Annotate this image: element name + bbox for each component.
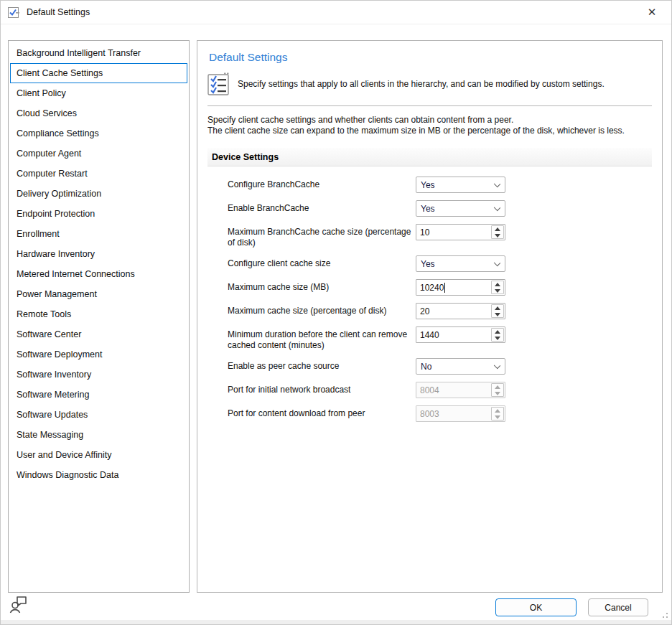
ok-button[interactable]: OK: [495, 598, 577, 616]
text-caret: [444, 283, 445, 293]
spinner-buttons[interactable]: [491, 281, 504, 294]
chevron-down-icon: [494, 260, 500, 266]
sidebar-item[interactable]: Power Management: [10, 284, 187, 304]
sidebar-item[interactable]: Client Policy: [10, 83, 187, 103]
setting-spinner[interactable]: 10240: [416, 279, 505, 296]
default-settings-dialog: { "window": { "title": "Default Settings…: [0, 0, 672, 625]
setting-row: Maximum cache size (MB)10240: [228, 279, 652, 296]
checked-settings-icon: [8, 7, 20, 18]
sidebar-item[interactable]: Endpoint Protection: [10, 204, 187, 224]
setting-dropdown[interactable]: No: [416, 358, 505, 375]
spinner-value: 10: [416, 225, 490, 240]
intro-line-2: The client cache size can expand to the …: [207, 126, 652, 136]
spinner-value: 10240: [416, 280, 490, 295]
setting-dropdown[interactable]: Yes: [416, 255, 505, 272]
sidebar-item[interactable]: Background Intelligent Transfer: [10, 43, 187, 63]
spin-up-icon[interactable]: [495, 306, 500, 310]
setting-label: Configure BranchCache: [228, 177, 416, 190]
spin-down-icon[interactable]: [495, 289, 500, 293]
spinner-value: 20: [416, 304, 490, 319]
spinner-buttons: [491, 383, 504, 397]
setting-spinner[interactable]: 1440: [416, 326, 505, 343]
chevron-down-icon: [494, 181, 500, 187]
setting-row: Enable as peer cache sourceNo: [228, 358, 652, 375]
setting-row: Maximum cache size (percentage of disk)2…: [228, 303, 652, 319]
setting-label: Maximum BranchCache cache size (percenta…: [228, 224, 416, 248]
divider: [207, 105, 652, 106]
spinner-value: 8003: [416, 406, 490, 421]
setting-label: Maximum cache size (MB): [228, 279, 416, 293]
setting-label: Enable as peer cache source: [228, 358, 416, 372]
sidebar-item[interactable]: Software Updates: [10, 405, 187, 425]
setting-row: Configure BranchCacheYes: [228, 177, 652, 193]
sidebar-item[interactable]: Compliance Settings: [10, 123, 187, 144]
sidebar-item[interactable]: Client Cache Settings: [10, 63, 187, 83]
intro-line-1: Specify client cache settings and whethe…: [207, 115, 652, 126]
dropdown-value: Yes: [421, 180, 435, 190]
sidebar-item[interactable]: Delivery Optimization: [10, 184, 187, 204]
spin-down-icon: [495, 392, 500, 395]
sidebar-item[interactable]: Software Center: [10, 324, 187, 344]
resize-grip[interactable]: [663, 613, 668, 619]
spin-down-icon[interactable]: [495, 313, 500, 316]
sidebar-item[interactable]: Metered Internet Connections: [10, 264, 187, 284]
spin-down-icon: [495, 415, 500, 419]
settings-rows: Configure BranchCacheYesEnable BranchCac…: [207, 177, 652, 422]
close-button[interactable]: ✕: [637, 1, 667, 24]
setting-row: Configure client cache sizeYes: [228, 255, 652, 272]
chevron-down-icon: [494, 362, 500, 369]
sidebar-item[interactable]: Software Inventory: [10, 365, 187, 385]
setting-spinner: 8003: [416, 405, 505, 422]
panel-heading: Default Settings: [209, 51, 652, 64]
setting-row: Minimum duration before the client can r…: [228, 326, 652, 351]
sidebar-item[interactable]: Cloud Services: [10, 103, 187, 123]
setting-spinner[interactable]: 20: [416, 303, 505, 319]
setting-label: Configure client cache size: [228, 255, 416, 269]
setting-label: Port for content download from peer: [228, 405, 416, 419]
bottom-strip: [1, 620, 671, 624]
chevron-down-icon: [494, 205, 500, 211]
sidebar-item[interactable]: User and Device Affinity: [10, 445, 187, 465]
setting-row: Maximum BranchCache cache size (percenta…: [228, 224, 652, 248]
sidebar-item[interactable]: Remote Tools: [10, 304, 187, 324]
dropdown-value: No: [421, 362, 431, 372]
sidebar-item[interactable]: Computer Restart: [10, 164, 187, 184]
sidebar-item[interactable]: State Messaging: [10, 425, 187, 445]
intro-text: Specify client cache settings and whethe…: [207, 115, 652, 136]
spinner-value: 1440: [416, 327, 490, 342]
sidebar-item[interactable]: Windows Diagnostic Data: [10, 465, 187, 485]
spinner-buttons[interactable]: [491, 304, 504, 318]
title-bar: Default Settings ✕: [1, 1, 671, 24]
spinner-buttons[interactable]: [491, 225, 504, 239]
sidebar-item[interactable]: Software Deployment: [10, 344, 187, 365]
spin-down-icon[interactable]: [495, 337, 500, 340]
spin-up-icon[interactable]: [495, 283, 500, 286]
settings-panel: Default Settings Specify settings that a…: [197, 40, 663, 593]
setting-dropdown[interactable]: Yes: [416, 200, 505, 217]
sidebar-item[interactable]: Computer Agent: [10, 144, 187, 164]
setting-label: Enable BranchCache: [228, 200, 416, 214]
spinner-buttons[interactable]: [491, 328, 504, 342]
setting-row: Port for content download from peer8003: [228, 405, 652, 422]
feedback-person-icon[interactable]: [9, 595, 28, 614]
spin-up-icon: [495, 409, 500, 413]
spin-down-icon[interactable]: [495, 234, 500, 238]
setting-spinner[interactable]: 10: [416, 224, 505, 240]
spin-up-icon: [495, 385, 500, 389]
section-title: Device Settings: [212, 152, 279, 162]
setting-dropdown[interactable]: Yes: [416, 177, 505, 193]
spin-up-icon[interactable]: [495, 330, 500, 334]
panel-description: Specify settings that apply to all clien…: [238, 79, 605, 89]
sidebar-item[interactable]: Hardware Inventory: [10, 244, 187, 264]
footer-buttons: OK Cancel: [495, 598, 648, 616]
setting-label: Port for initial network broadcast: [228, 382, 416, 395]
sidebar-item[interactable]: Enrollment: [10, 224, 187, 244]
device-settings-section-header: Device Settings: [207, 148, 652, 166]
settings-category-list[interactable]: Background Intelligent TransferClient Ca…: [8, 40, 190, 593]
checklist-icon: [207, 72, 232, 95]
dropdown-value: Yes: [421, 204, 435, 214]
cancel-button[interactable]: Cancel: [588, 598, 648, 616]
sidebar-item[interactable]: Software Metering: [10, 385, 187, 405]
spin-up-icon[interactable]: [495, 227, 500, 231]
dropdown-value: Yes: [421, 259, 435, 269]
